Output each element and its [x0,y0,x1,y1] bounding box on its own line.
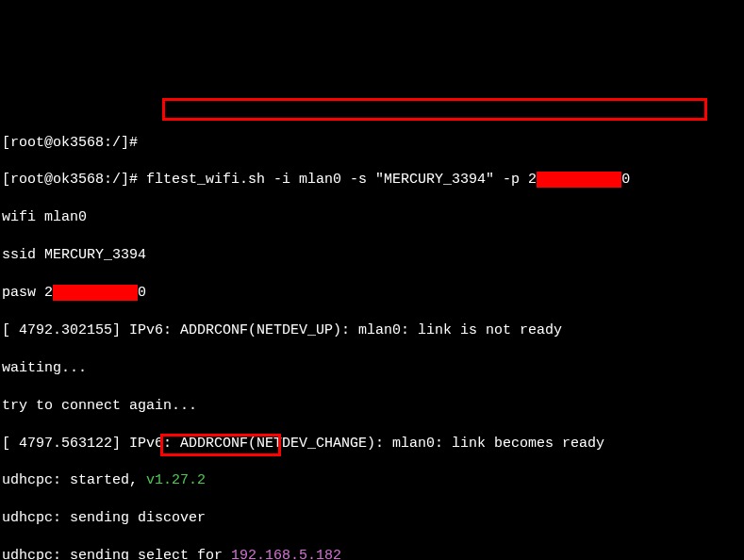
output-line: waiting... [2,359,742,378]
output-line: wifi mlan0 [2,208,742,227]
output-text: udhcpc: sending select for [2,548,231,560]
output-line: ssid MERCURY_3394 [2,246,742,265]
version-text: v1.27.2 [146,472,206,488]
redacted-password [537,172,621,188]
output-line: [ 4797.563122] IPv6: ADDRCONF(NETDEV_CHA… [2,435,742,453]
terminal-output: [root@ok3568:/]# [root@ok3568:/]# fltest… [2,77,742,560]
prompt-text: [root@ok3568:/]# [2,135,138,151]
output-line: try to connect again... [2,397,742,416]
output-line: udhcpc: sending select for 192.168.5.182 [2,547,742,560]
command-text: 0 [621,172,630,188]
command-line-1: [root@ok3568:/]# fltest_wifi.sh -i mlan0… [2,171,742,189]
highlight-command-1 [162,98,707,121]
output-text: pasw 2 [2,285,53,301]
output-text: udhcpc: started, [2,472,146,488]
output-line: pasw 2 0 [2,284,742,303]
command-text: fltest_wifi.sh -i mlan0 -s "MERCURY_3394… [146,172,537,188]
ip-address: 192.168.5.182 [231,548,341,560]
prompt-line: [root@ok3568:/]# [2,134,742,153]
output-line: udhcpc: started, v1.27.2 [2,471,742,490]
output-text: 0 [138,285,146,301]
output-line: [ 4792.302155] IPv6: ADDRCONF(NETDEV_UP)… [2,321,742,340]
redacted-password [53,285,138,301]
output-line: udhcpc: sending discover [2,509,742,528]
prompt-text: [root@ok3568:/]# [2,172,146,188]
